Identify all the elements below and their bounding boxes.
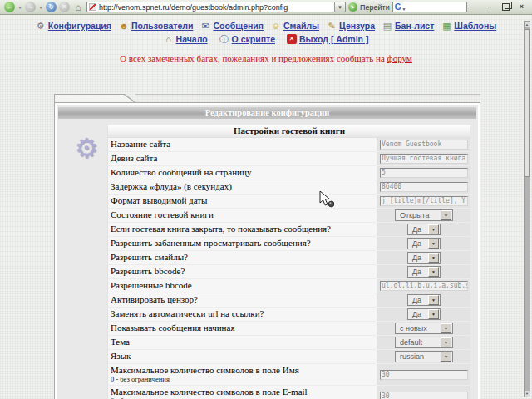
select-dropdown[interactable]: Да▼: [407, 308, 441, 320]
scrollbar-thumb[interactable]: [525, 29, 530, 177]
form-row-label: Показывать сообщения начиная: [108, 322, 377, 335]
form-row-label: Заменять автоматически url на ссылки?: [108, 308, 377, 321]
back-button[interactable]: ←: [4, 2, 15, 12]
select-value: Да: [412, 239, 421, 248]
menu-item-banlist[interactable]: ▤Бан-лист: [382, 21, 434, 31]
text-input[interactable]: j [title]m[/title], Y [title]d[/t: [380, 196, 468, 206]
select-dropdown[interactable]: Да▼: [407, 238, 441, 249]
form-row: Активировать цензор?Да▼: [108, 293, 470, 308]
form-row-label-text: Состояние гостевой книги: [111, 210, 377, 220]
form-row-label-text: Заменять автоматически url на ссылки?: [111, 309, 377, 319]
select-arrow-icon[interactable]: ▼: [441, 337, 451, 347]
form-row: Показывать сообщения начинаяс новых▼: [108, 322, 470, 336]
text-input[interactable]: 5: [380, 168, 468, 178]
minimize-button[interactable]: –: [488, 3, 492, 11]
menu-item-start[interactable]: ⌂Начало: [164, 34, 208, 44]
form-row-label: Максимальное количество символов в поле …: [108, 386, 377, 399]
select-arrow-icon[interactable]: ▼: [428, 224, 439, 234]
search-engine-caret-icon[interactable]: ▼: [401, 7, 406, 12]
menu-item-messages[interactable]: ✉Сообщения: [200, 21, 264, 31]
text-input[interactable]: ul,ol,li,b,u,i,a,sub,sup,color,u: [380, 281, 468, 291]
menu-item-censor[interactable]: ✎Цензура: [327, 21, 375, 31]
select-arrow-icon[interactable]: ▼: [428, 295, 439, 305]
select-dropdown[interactable]: с новых▼: [395, 323, 453, 334]
admin-menu-main: ⚙Конфигурация☻Пользователи✉Сообщения☺Сма…: [0, 21, 532, 31]
page-favicon-icon: [89, 3, 96, 11]
vertical-scrollbar[interactable]: ▲ ▼: [524, 21, 530, 397]
form-rows: Название сайтаVenom GuestbookДевиз сайта…: [108, 138, 470, 399]
search-input[interactable]: [406, 2, 464, 12]
scroll-up-icon[interactable]: ▲: [525, 22, 530, 27]
text-input[interactable]: Лучшая гостевая книга для В: [380, 154, 468, 164]
select-arrow-icon[interactable]: ▼: [428, 253, 439, 263]
menu-item-users[interactable]: ☻Пользователи: [119, 21, 193, 31]
nav-button-group: ←▾→▾↻✕⌂: [4, 2, 84, 12]
select-arrow-icon[interactable]: ▼: [441, 210, 451, 220]
templates-icon: ▦: [441, 21, 451, 31]
gear-icon: ⚙: [75, 135, 99, 161]
select-arrow-icon[interactable]: ▼: [428, 239, 439, 249]
panel-tab: [54, 94, 135, 102]
back-history-caret[interactable]: ▾: [17, 2, 22, 12]
stop-button[interactable]: ✕: [59, 2, 70, 12]
forward-button[interactable]: →: [25, 2, 36, 12]
url-history-dropdown[interactable]: ▼: [334, 2, 345, 12]
close-button[interactable]: ×: [520, 3, 524, 11]
select-value: Да: [412, 225, 421, 234]
text-input[interactable]: 30: [380, 370, 468, 380]
form-row-label: Состояние гостевой книги: [108, 209, 377, 222]
select-dropdown[interactable]: Да▼: [407, 266, 441, 278]
home-button[interactable]: ⌂: [72, 2, 84, 12]
menu-item-about[interactable]: ⓘО скрипте: [219, 34, 275, 44]
config-form: Настройки гостевой книги Название сайтаV…: [107, 125, 470, 399]
restore-button[interactable]: [502, 3, 510, 11]
select-value: Да: [412, 254, 421, 262]
menu-item-label: Сообщения: [213, 21, 264, 31]
select-arrow-icon[interactable]: ▼: [428, 267, 439, 277]
menu-item-config[interactable]: ⚙Конфигурация: [36, 21, 111, 31]
select-dropdown[interactable]: default▼: [395, 337, 453, 348]
url-text[interactable]: http://venom.spnet.ru/demo/guestbook/adm…: [99, 3, 332, 12]
select-dropdown[interactable]: Да▼: [407, 224, 441, 235]
form-row-label-text: Разрешить смайлы?: [111, 253, 377, 263]
form-row-control-cell: Да▼: [377, 223, 470, 236]
forum-link[interactable]: форум: [387, 53, 412, 63]
forward-history-caret[interactable]: ▾: [38, 2, 43, 12]
form-row: Максимальное количество символов в поле …: [108, 364, 470, 386]
address-bar[interactable]: http://venom.spnet.ru/demo/guestbook/adm…: [86, 2, 346, 12]
text-input[interactable]: Venom Guestbook: [380, 140, 468, 150]
menu-item-templates[interactable]: ▦Шаблоны: [441, 21, 496, 31]
form-row-control-cell: russian▼: [377, 350, 470, 363]
form-row-label: Количество сообщений на страницу: [108, 166, 377, 180]
form-row-label: Задержка «флуда» (в секундах): [108, 180, 377, 194]
select-value: Да: [412, 268, 421, 276]
form-row-label: Название сайта: [108, 138, 377, 151]
select-dropdown[interactable]: Открыта▼: [395, 209, 453, 221]
search-box[interactable]: G ▼: [392, 2, 467, 12]
refresh-button[interactable]: ↻: [46, 2, 57, 12]
select-arrow-icon[interactable]: ▼: [428, 309, 439, 319]
go-button[interactable]: ➤ Перейти: [348, 2, 390, 12]
pencil-icon: ✎: [327, 21, 337, 31]
select-arrow-icon[interactable]: ▼: [441, 323, 451, 333]
form-title: Настройки гостевой книги: [108, 125, 470, 138]
form-row-control-cell: 5: [377, 166, 470, 180]
select-dropdown[interactable]: Да▼: [407, 252, 441, 264]
form-row-label: Разрешить смайлы?: [108, 251, 377, 264]
form-row-label-text: Язык: [111, 352, 377, 362]
form-row: Разрешенные bbcodeul,ol,li,b,u,i,a,sub,s…: [108, 279, 470, 293]
form-row-control-cell: 86400: [377, 180, 470, 194]
select-dropdown[interactable]: Да▼: [407, 294, 441, 306]
form-row-control-cell: Venom Guestbook: [377, 138, 470, 151]
menu-item-label: Пользователи: [131, 21, 193, 31]
form-row-control-cell: Да▼: [377, 293, 470, 307]
menu-item-smiles[interactable]: ☺Смайлы: [271, 21, 319, 31]
select-dropdown[interactable]: russian▼: [395, 351, 453, 362]
menu-item-logout[interactable]: ✕Выход [ Admin ]: [287, 34, 368, 44]
scroll-down-icon[interactable]: ▼: [525, 391, 530, 397]
form-row: Девиз сайтаЛучшая гостевая книга для В: [108, 152, 470, 166]
text-input[interactable]: 30: [380, 392, 468, 399]
select-arrow-icon[interactable]: ▼: [441, 352, 451, 362]
form-row-control-cell: Да▼: [377, 265, 470, 278]
text-input[interactable]: 86400: [380, 182, 468, 192]
